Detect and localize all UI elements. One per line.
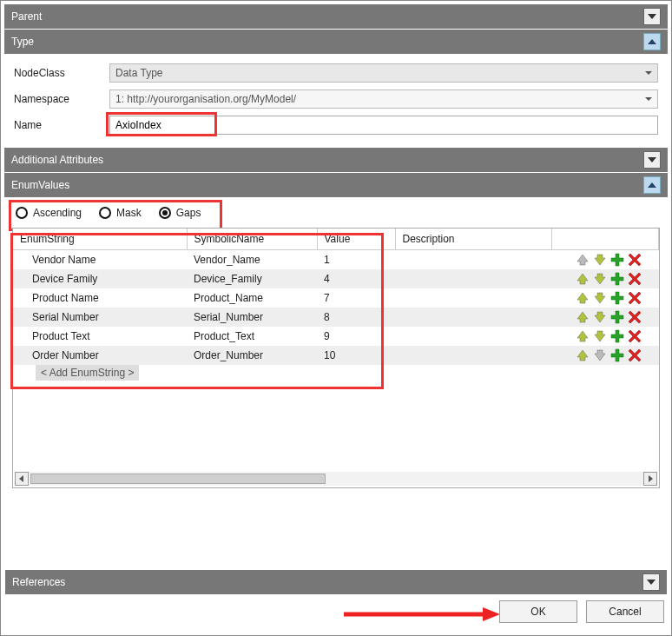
table-row[interactable]: Vendor NameVendor_Name1 [13,250,659,270]
horizontal-scrollbar[interactable] [15,472,657,486]
cell-enumstring[interactable]: Device Family [13,269,187,288]
delete-icon[interactable] [628,272,642,286]
cell-description[interactable] [395,288,551,308]
move-up-icon[interactable] [576,291,590,305]
cell-value[interactable]: 10 [317,346,395,365]
scrollbar-thumb[interactable] [30,474,326,484]
section-type-header[interactable]: Type [4,30,668,54]
cell-symbolicname[interactable]: Product_Name [187,288,317,308]
delete-icon[interactable] [628,348,642,362]
radio-ascending[interactable]: Ascending [16,207,82,219]
expand-icon[interactable] [643,33,661,50]
table-row[interactable]: Order NumberOrder_Number10 [13,346,659,365]
delete-icon[interactable] [628,253,642,267]
add-icon[interactable] [610,253,624,267]
move-up-icon[interactable] [576,348,590,362]
move-down-icon[interactable] [593,253,607,267]
section-parent-header[interactable]: Parent [4,4,668,29]
radio-gaps[interactable]: Gaps [159,207,201,219]
cell-enumstring[interactable]: Vendor Name [13,250,187,270]
delete-icon[interactable] [628,310,642,324]
cell-value[interactable]: 1 [317,250,395,270]
add-icon[interactable] [610,310,624,324]
row-namespace: Namespace 1: http://yourorganisation.org… [14,89,658,109]
namespace-select[interactable]: 1: http://yourorganisation.org/MyModel/ [109,89,658,109]
label-nodeclass: NodeClass [14,67,109,79]
cell-symbolicname[interactable]: Order_Number [187,346,317,365]
section-additional-title: Additional Attributes [11,154,103,166]
table-row[interactable]: Device FamilyDevice_Family4 [13,269,659,288]
col-description[interactable]: Description [395,229,551,250]
collapse-icon[interactable] [642,573,660,591]
move-down-icon[interactable] [593,329,607,343]
name-input[interactable] [109,116,658,135]
add-enumstring-button[interactable]: < Add EnumString > [36,365,139,381]
radio-icon [159,207,171,219]
cell-description[interactable] [395,269,551,288]
section-type-title: Type [11,36,34,48]
table-row[interactable]: Serial NumberSerial_Number8 [13,308,659,327]
section-enumvalues-header[interactable]: EnumValues [4,173,668,197]
section-references-header[interactable]: References [5,570,667,594]
delete-icon[interactable] [628,291,642,305]
table-row[interactable]: Product NameProduct_Name7 [13,288,659,308]
radio-mask-label: Mask [116,207,142,219]
cell-value[interactable]: 7 [317,288,395,308]
ok-button[interactable]: OK [499,600,577,623]
cell-symbolicname[interactable]: Vendor_Name [187,250,317,270]
chevron-down-icon [645,71,652,75]
col-actions [551,229,659,250]
cell-value[interactable]: 8 [317,308,395,327]
move-up-icon[interactable] [576,272,590,286]
delete-icon[interactable] [628,329,642,343]
collapse-icon[interactable] [643,151,661,169]
cell-symbolicname[interactable]: Product_Text [187,327,317,346]
move-up-icon[interactable] [576,253,590,267]
move-down-icon[interactable] [593,310,607,324]
add-icon[interactable] [610,348,624,362]
cell-enumstring[interactable]: Order Number [13,346,187,365]
move-up-icon[interactable] [576,329,590,343]
cancel-button[interactable]: Cancel [586,600,664,623]
cell-value[interactable]: 9 [317,327,395,346]
scroll-right-button[interactable] [643,472,657,486]
col-enumstring[interactable]: EnumString [13,229,187,250]
dialog-footer: OK Cancel [4,593,668,630]
cell-symbolicname[interactable]: Device_Family [187,269,317,288]
col-value[interactable]: Value [317,229,395,250]
enum-table: EnumString SymbolicName Value Descriptio… [13,229,659,365]
table-row[interactable]: Product TextProduct_Text9 [13,327,659,346]
row-name: Name [14,116,658,135]
cell-description[interactable] [395,250,551,270]
cell-description[interactable] [395,327,551,346]
table-header-row: EnumString SymbolicName Value Descriptio… [13,229,659,250]
cell-value[interactable]: 4 [317,269,395,288]
cell-enumstring[interactable]: Product Name [13,288,187,308]
namespace-value: 1: http://yourorganisation.org/MyModel/ [115,93,296,105]
cell-enumstring[interactable]: Serial Number [13,308,187,327]
add-icon[interactable] [610,329,624,343]
cell-description[interactable] [395,346,551,365]
cell-symbolicname[interactable]: Serial_Number [187,308,317,327]
expand-icon[interactable] [643,176,661,194]
section-enumvalues-title: EnumValues [11,179,69,191]
sort-radio-row: Ascending Mask Gaps [3,198,669,228]
cell-enumstring[interactable]: Product Text [13,327,187,346]
move-up-icon[interactable] [576,310,590,324]
collapse-icon[interactable] [643,8,661,25]
scroll-left-button[interactable] [15,472,29,486]
cell-description[interactable] [395,308,551,327]
section-additional-header[interactable]: Additional Attributes [4,148,668,172]
section-parent-title: Parent [11,10,42,23]
nodeclass-select[interactable]: Data Type [109,63,658,83]
label-name: Name [14,119,109,131]
move-down-icon[interactable] [593,272,607,286]
section-type-body: NodeClass Data Type Namespace 1: http://… [3,55,669,147]
move-down-icon[interactable] [593,348,607,362]
add-icon[interactable] [610,291,624,305]
col-symbolicname[interactable]: SymbolicName [187,229,317,250]
add-icon[interactable] [610,272,624,286]
radio-mask[interactable]: Mask [99,207,142,219]
radio-icon [99,207,111,219]
move-down-icon[interactable] [593,291,607,305]
